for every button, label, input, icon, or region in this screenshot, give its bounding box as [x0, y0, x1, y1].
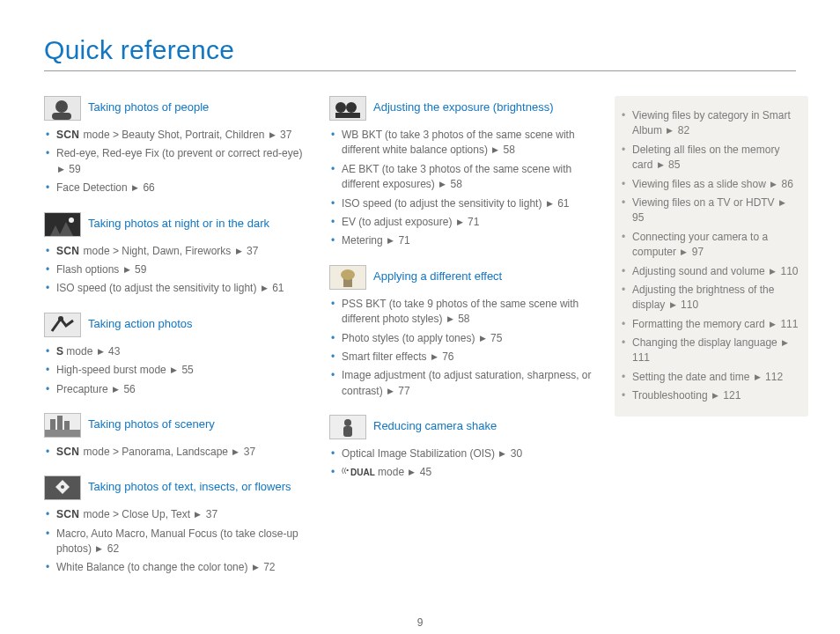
svg-point-20: [341, 269, 355, 280]
list-item: WB BKT (to take 3 photos of the same sce…: [329, 128, 593, 158]
section-people: Taking photos of people SCN mode > Beaut…: [44, 96, 308, 196]
svg-point-6: [58, 316, 63, 321]
list-item: Optical Image Stabilization (OIS) ▶ 30: [329, 446, 593, 461]
list-item: SCN mode > Close Up, Text ▶ 37: [44, 507, 308, 522]
sidebar-item: Troubleshooting ▶ 121: [620, 388, 799, 403]
svg-point-4: [69, 217, 74, 223]
sidebar-item: Adjusting sound and volume ▶ 110: [620, 264, 799, 279]
section-macro: Taking photos of text, insects, or flowe…: [44, 476, 308, 576]
column-left: Taking photos of people SCN mode > Beaut…: [44, 96, 308, 592]
section-title: Taking photos of scenery: [88, 413, 215, 432]
exposure-icon: [329, 96, 366, 121]
section-action: Taking action photos S mode ▶ 43 High-sp…: [44, 313, 308, 397]
section-title: Taking photos at night or in the dark: [88, 212, 269, 232]
list-item: Macro, Auto Macro, Manual Focus (to take…: [44, 527, 308, 557]
night-icon: [44, 212, 81, 237]
title-rule: [44, 70, 796, 71]
page-number: 9: [44, 616, 796, 629]
svg-rect-10: [57, 416, 63, 430]
list-item: High-speed burst mode ▶ 55: [44, 363, 308, 378]
section-exposure: Adjusting the exposure (brightness) WB B…: [329, 96, 593, 249]
list-item: Photo styles (to apply tones) ▶ 75: [329, 331, 593, 346]
svg-point-13: [61, 485, 64, 489]
list-item: SCN mode > Panorama, Landscape ▶ 37: [44, 445, 308, 460]
svg-rect-8: [45, 430, 80, 437]
list-item: EV (to adjust exposure) ▶ 71: [329, 215, 593, 230]
section-title: Adjusting the exposure (brightness): [373, 96, 554, 115]
section-title: Applying a different effect: [373, 265, 502, 284]
sidebar-item: Viewing files as a slide show ▶ 86: [620, 177, 799, 192]
list-item: Precapture ▶ 56: [44, 382, 308, 397]
scn-badge: SCN: [56, 129, 80, 141]
svg-point-16: [346, 102, 357, 113]
s-badge: S: [56, 345, 63, 358]
macro-icon: [44, 476, 81, 500]
list-item: PSS BKT (to take 9 photos of the same sc…: [329, 297, 593, 328]
sidebar-item: Connecting your camera to a computer ▶ 9…: [620, 230, 799, 261]
sidebar-item: Formatting the memory card ▶ 111: [620, 317, 799, 332]
sidebar-item: Viewing files by category in Smart Album…: [620, 108, 799, 139]
sidebar-item: Changing the display language ▶ 111: [620, 335, 799, 366]
dual-badge: DUAL: [342, 468, 375, 477]
section-scenery: Taking photos of scenery SCN mode > Pano…: [44, 413, 308, 460]
list-item: Image adjustment (to adjust saturation, …: [329, 368, 593, 399]
effect-icon: [329, 265, 366, 290]
shake-icon: [329, 415, 366, 439]
sidebar-item: Deleting all files on the memory card ▶ …: [620, 143, 799, 173]
svg-point-15: [335, 102, 346, 113]
list-item: DUAL mode ▶ 45: [329, 465, 593, 480]
svg-rect-2: [52, 113, 71, 120]
sidebar-item: Setting the date and time ▶ 112: [620, 370, 799, 385]
section-title: Taking action photos: [88, 313, 193, 332]
section-title: Taking photos of people: [88, 96, 209, 115]
column-middle: Adjusting the exposure (brightness) WB B…: [329, 96, 593, 497]
scn-badge: SCN: [56, 508, 80, 520]
columns: Taking photos of people SCN mode > Beaut…: [44, 96, 796, 592]
section-title: Taking photos of text, insects, or flowe…: [88, 476, 291, 495]
scenery-icon: [44, 413, 81, 438]
scn-badge: SCN: [56, 245, 80, 257]
list-item: SCN mode > Beauty Shot, Portrait, Childr…: [44, 128, 308, 143]
people-icon: [44, 96, 81, 121]
section-night: Taking photos at night or in the dark SC…: [44, 212, 308, 297]
page-title: Quick reference: [44, 35, 796, 65]
action-icon: [44, 313, 81, 337]
list-item: Metering ▶ 71: [329, 233, 593, 248]
column-right: Viewing files by category in Smart Album…: [615, 96, 808, 417]
svg-rect-17: [335, 113, 360, 118]
svg-rect-23: [343, 426, 352, 437]
scn-badge: SCN: [56, 446, 80, 458]
list-item: ISO speed (to adjust the sensitivity to …: [329, 196, 593, 211]
svg-rect-11: [64, 421, 70, 430]
svg-point-22: [344, 419, 351, 426]
sidebar-item: Adjusting the brightness of the display …: [620, 283, 799, 313]
sidebar-item: Viewing files on a TV or HDTV ▶ 95: [620, 195, 799, 226]
list-item: Flash options ▶ 59: [44, 262, 308, 277]
list-item: White Balance (to change the color tone)…: [44, 560, 308, 575]
list-item: Red-eye, Red-eye Fix (to prevent or corr…: [44, 146, 308, 177]
list-item: S mode ▶ 43: [44, 344, 308, 359]
list-item: Face Detection ▶ 66: [44, 181, 308, 195]
list-item: SCN mode > Night, Dawn, Fireworks ▶ 37: [44, 244, 308, 259]
svg-rect-9: [50, 419, 55, 430]
section-title: Reducing camera shake: [373, 415, 497, 434]
sidebar-box: Viewing files by category in Smart Album…: [615, 96, 808, 417]
list-item: Smart filter effects ▶ 76: [329, 350, 593, 365]
list-item: ISO speed (to adjust the sensitivity to …: [44, 281, 308, 296]
section-shake: Reducing camera shake Optical Image Stab…: [329, 415, 593, 481]
list-item: AE BKT (to take 3 photos of the same sce…: [329, 162, 593, 193]
svg-point-1: [55, 100, 68, 113]
section-effect: Applying a different effect PSS BKT (to …: [329, 265, 593, 399]
